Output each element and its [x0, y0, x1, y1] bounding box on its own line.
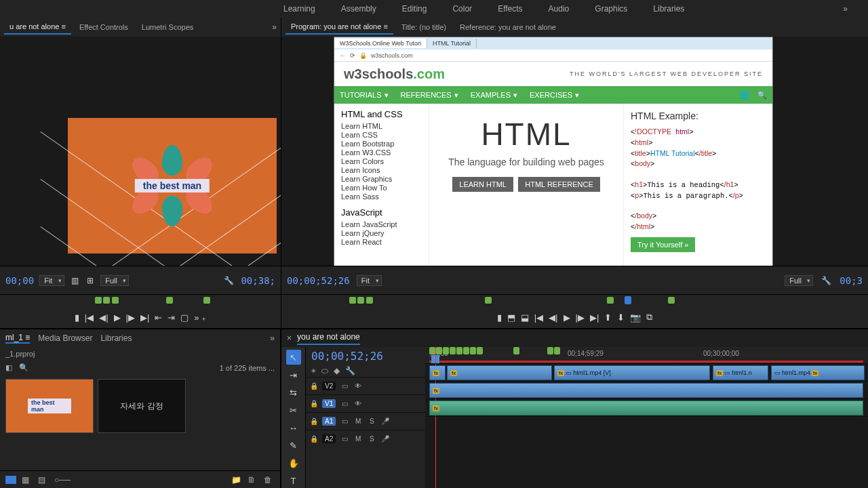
voice-over-icon[interactable]: 🎤: [380, 418, 390, 425]
source-resolution-select[interactable]: Full: [100, 275, 129, 286]
toggle-sync-lock-icon[interactable]: ▭: [340, 435, 349, 443]
workspace-color[interactable]: Color: [440, 4, 484, 14]
type-tool-icon[interactable]: T: [286, 473, 301, 488]
play-icon[interactable]: ▶: [564, 312, 570, 323]
ruler-toggle-icon[interactable]: ▥: [70, 274, 80, 287]
razor-tool-icon[interactable]: ✂: [286, 403, 301, 418]
track-v2[interactable]: fx fx fx▭ html1.mp4 [V] fx▭ html1.n ▭ ht…: [425, 363, 868, 381]
lift-icon[interactable]: ⬆: [604, 312, 612, 323]
play-icon[interactable]: ▶: [114, 312, 121, 323]
program-time-ruler[interactable]: [281, 294, 868, 306]
list-view-icon[interactable]: [5, 476, 16, 484]
source-tab-lumetri[interactable]: Lumetri Scopes: [136, 20, 199, 34]
step-forward-icon[interactable]: |▶: [126, 312, 135, 323]
safe-margins-icon[interactable]: ⊞: [85, 274, 95, 287]
mark-in-icon[interactable]: |◀: [85, 312, 94, 323]
source-tab-effect-controls[interactable]: Effect Controls: [74, 20, 134, 34]
track-header-v2[interactable]: 🔒V2▭👁: [306, 377, 425, 394]
program-tab-title[interactable]: Title: (no title): [396, 20, 452, 34]
new-item-icon[interactable]: 🗎: [248, 475, 258, 485]
workspace-effects[interactable]: Effects: [486, 4, 534, 14]
track-header-v1[interactable]: 🔒V1▭👁: [306, 394, 425, 412]
voice-over-icon[interactable]: 🎤: [380, 435, 390, 443]
workspace-libraries[interactable]: Libraries: [641, 4, 696, 14]
project-tab-libraries[interactable]: Libraries: [100, 333, 132, 343]
comparison-view-icon[interactable]: ⧉: [646, 312, 652, 323]
toggle-sync-lock-icon[interactable]: ▭: [340, 400, 349, 407]
export-frame-icon[interactable]: 📷: [630, 312, 641, 323]
program-tab-reference[interactable]: Reference: you are not alone: [454, 20, 561, 34]
track-a2[interactable]: [425, 416, 868, 434]
settings-icon[interactable]: 🔧: [345, 366, 355, 375]
add-marker-icon[interactable]: ▮: [497, 312, 502, 323]
export-frame-icon[interactable]: ▢: [180, 312, 189, 323]
step-back-icon[interactable]: ◀|: [99, 312, 108, 323]
workspace-learning[interactable]: Learning: [271, 4, 328, 14]
track-select-tool-icon[interactable]: ⇥: [286, 367, 301, 382]
sequence-tab[interactable]: you are not alone: [297, 332, 360, 345]
go-to-out-icon[interactable]: ▶|: [590, 312, 599, 323]
workspace-audio[interactable]: Audio: [536, 4, 582, 14]
settings-icon[interactable]: 🔧: [222, 274, 235, 287]
timeline-timecode[interactable]: 00;00;52;26: [311, 350, 383, 363]
mark-out-icon[interactable]: ▶|: [140, 312, 149, 323]
hand-tool-icon[interactable]: ✋: [286, 455, 301, 470]
workspace-assembly[interactable]: Assembly: [329, 4, 389, 14]
mark-in-icon[interactable]: ⬒: [507, 312, 515, 323]
filter-bin-icon[interactable]: ◧: [5, 363, 12, 372]
lock-icon[interactable]: 🔒: [310, 435, 318, 443]
project-tab-media-browser[interactable]: Media Browser: [38, 333, 92, 343]
workspace-editing[interactable]: Editing: [390, 4, 439, 14]
project-tab-project[interactable]: ml_1 ≡: [5, 333, 30, 344]
source-time-ruler[interactable]: [0, 294, 281, 306]
source-tab-clip[interactable]: u are not alone ≡: [4, 20, 71, 35]
snap-icon[interactable]: ⌖: [311, 366, 316, 375]
overwrite-icon[interactable]: ⇥: [167, 312, 175, 323]
project-bin[interactable]: the best man 자세와 감정: [0, 375, 280, 437]
panel-overflow-icon[interactable]: »: [270, 333, 275, 343]
project-clip-thumb[interactable]: the best man: [5, 379, 94, 433]
project-clip-thumb[interactable]: 자세와 감정: [98, 379, 186, 433]
trash-icon[interactable]: 🗑: [264, 475, 275, 485]
toggle-sync-lock-icon[interactable]: ▭: [340, 382, 349, 390]
extract-icon[interactable]: ⬇: [617, 312, 625, 323]
go-to-in-icon[interactable]: |◀: [534, 312, 543, 323]
pen-tool-icon[interactable]: ✎: [286, 438, 301, 453]
step-forward-icon[interactable]: |▶: [576, 312, 585, 323]
timeline-tracks[interactable]: ;00;00 00;14;59;29 00;30;00;00 fx fx fx▭…: [425, 347, 868, 488]
add-marker-icon[interactable]: ▮: [75, 312, 79, 323]
close-tab-icon[interactable]: ×: [287, 333, 292, 343]
track-header-a2[interactable]: 🔒A2▭MS🎤: [306, 430, 425, 447]
panel-overflow-icon[interactable]: »: [272, 22, 277, 32]
icon-view-icon[interactable]: ▦: [22, 475, 33, 485]
program-resolution-select[interactable]: Full: [785, 275, 813, 286]
insert-icon[interactable]: ⇤: [155, 312, 162, 323]
source-monitor[interactable]: the best man: [0, 37, 281, 266]
linked-selection-icon[interactable]: ⬭: [321, 366, 328, 375]
marker-icon[interactable]: ◆: [334, 366, 340, 375]
step-back-icon[interactable]: ◀|: [549, 312, 557, 323]
timeline-ruler[interactable]: ;00;00 00;14;59;29 00;30;00;00: [425, 347, 868, 363]
ripple-edit-tool-icon[interactable]: ⇆: [286, 385, 301, 400]
search-icon[interactable]: 🔍: [19, 363, 28, 372]
settings-icon[interactable]: 🔧: [820, 274, 833, 287]
program-timecode-out[interactable]: 00;3: [840, 275, 863, 286]
lock-icon[interactable]: 🔒: [310, 418, 318, 425]
slip-tool-icon[interactable]: ↔: [286, 420, 301, 435]
program-zoom-select[interactable]: Fit: [357, 275, 382, 286]
freeform-view-icon[interactable]: ▤: [38, 475, 49, 485]
lock-icon[interactable]: 🔒: [310, 400, 318, 407]
panel-menu-icon[interactable]: ≡: [61, 22, 65, 30]
source-zoom-select[interactable]: Fit: [39, 275, 64, 286]
zoom-slider[interactable]: ○──: [54, 475, 65, 485]
toggle-track-output-icon[interactable]: 👁: [353, 400, 363, 407]
track-a1[interactable]: fx: [425, 399, 868, 416]
track-v1[interactable]: fx: [425, 381, 868, 399]
panel-menu-icon[interactable]: ≡: [383, 22, 387, 30]
toggle-sync-lock-icon[interactable]: ▭: [340, 418, 349, 425]
workspace-graphics[interactable]: Graphics: [583, 4, 639, 14]
program-monitor[interactable]: W3Schools Online Web Tutori HTML Tutoria…: [281, 37, 868, 266]
new-bin-icon[interactable]: 📁: [231, 475, 242, 485]
program-tab-program[interactable]: Program: you are not alone ≡: [285, 20, 393, 35]
track-header-a1[interactable]: 🔒A1▭MS🎤: [306, 412, 425, 430]
